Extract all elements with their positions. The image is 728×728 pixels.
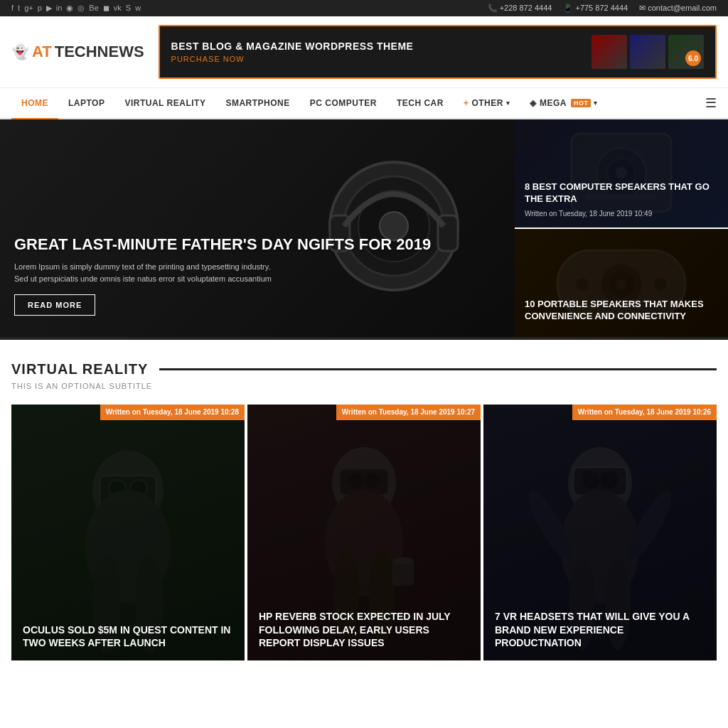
hero-sidebar: 8 BEST COMPUTER SPEAKERS THAT GO THE EXT… <box>515 119 728 337</box>
card-hp-content: HP REVERB STOCK EXPECTED IN JULY FOLLOWI… <box>247 599 481 660</box>
nav-other[interactable]: + OTHER ▾ <box>454 88 520 118</box>
phone2: 📱 +775 872 4444 <box>563 4 628 13</box>
cards-grid: Written on Tuesday, 18 June 2019 10:28 O… <box>11 405 717 660</box>
banner-text: BEST BLOG & MAGAZINE WORDPRESS THEME PUR… <box>171 41 414 63</box>
hamburger-menu[interactable]: ☰ <box>705 95 717 111</box>
instagram-icon[interactable]: ◎ <box>77 4 85 13</box>
card-vr-headsets[interactable]: Written on Tuesday, 18 June 2019 10:26 7… <box>483 405 717 660</box>
nav-mega-chevron: ▾ <box>594 100 598 107</box>
nav-pc-computer[interactable]: PC COMPUTER <box>300 88 387 118</box>
card-vr-date: Written on Tuesday, 18 June 2019 10:26 <box>572 405 717 420</box>
card-vr-content: 7 VR HEADSETS THAT WILL GIVE YOU A BRAND… <box>483 599 717 660</box>
card-hp-date: Written on Tuesday, 18 June 2019 10:27 <box>336 405 481 420</box>
nav-home[interactable]: HOME <box>11 88 58 119</box>
banner-image-1 <box>592 35 627 69</box>
card-hp-reverb[interactable]: Written on Tuesday, 18 June 2019 10:27 H… <box>247 405 481 660</box>
sidebar-item1-title: 8 BEST COMPUTER SPEAKERS THAT GO THE EXT… <box>525 181 718 205</box>
section-title: VIRTUAL REALITY <box>11 361 148 378</box>
card-vr-title: 7 VR HEADSETS THAT WILL GIVE YOU A BRAND… <box>495 610 705 649</box>
virtual-reality-section: VIRTUAL REALITY THIS IS AN OPTIONAL SUBT… <box>0 340 728 675</box>
topbar: f t g+ p ▶ in ◉ ◎ Be ◼ vk S w 📞 +228 872… <box>0 0 728 16</box>
facebook-icon[interactable]: f <box>11 4 14 13</box>
rss-icon[interactable]: ◉ <box>66 4 73 13</box>
section-subtitle: THIS IS AN OPTIONAL SUBTITLE <box>11 382 717 390</box>
main-navigation: HOME LAPTOP VIRTUAL REALITY SMARTPHONE P… <box>0 88 728 119</box>
youtube-icon[interactable]: ▶ <box>46 4 52 13</box>
vk-icon[interactable]: vk <box>114 4 122 13</box>
medium-icon[interactable]: ◼ <box>103 4 109 13</box>
sidebar-item2-content: 10 PORTABLE SPEAKERS THAT MAKES CONVENIE… <box>515 289 728 337</box>
diamond-icon: ◈ <box>530 98 537 108</box>
card-oculus-title: OCULUS SOLD $5M IN QUEST CONTENT IN TWO … <box>23 623 233 649</box>
hero-main[interactable]: GREAT LAST-MINUTE FATHER'S DAY NGIFTS FO… <box>0 119 515 337</box>
section-header: VIRTUAL REALITY <box>11 361 717 378</box>
pinterest-icon[interactable]: p <box>38 4 42 13</box>
phone1: 📞 +228 872 4444 <box>488 4 552 13</box>
logo-at: AT <box>32 43 52 61</box>
hero-sidebar-item-2[interactable]: 10 PORTABLE SPEAKERS THAT MAKES CONVENIE… <box>515 228 728 337</box>
logo-icon: 👻 <box>11 43 29 60</box>
nav-tech-car[interactable]: TECH CAR <box>387 88 454 118</box>
hero-sidebar-item-1[interactable]: 8 BEST COMPUTER SPEAKERS THAT GO THE EXT… <box>515 119 728 228</box>
mega-hot-badge: HOT <box>571 99 592 107</box>
skype-icon[interactable]: S <box>126 4 131 13</box>
banner-advertisement[interactable]: BEST BLOG & MAGAZINE WORDPRESS THEME PUR… <box>159 25 717 79</box>
banner-image-3: 6.0 <box>668 35 704 69</box>
banner-cta[interactable]: PURCHASE NOW <box>171 55 414 63</box>
banner-image-2 <box>630 35 665 69</box>
nav-mega[interactable]: ◈ MEGA HOT ▾ <box>520 88 608 118</box>
hero-description: Lorem Ipsum is simply dummy text of the … <box>14 261 500 284</box>
card-oculus-date: Written on Tuesday, 18 June 2019 10:28 <box>100 405 245 420</box>
contact-info: 📞 +228 872 4444 📱 +775 872 4444 ✉ contac… <box>488 4 717 13</box>
nav-laptop[interactable]: LAPTOP <box>58 88 114 118</box>
nav-other-chevron: ▾ <box>506 100 510 107</box>
hero-title: GREAT LAST-MINUTE FATHER'S DAY NGIFTS FO… <box>14 235 500 254</box>
social-links[interactable]: f t g+ p ▶ in ◉ ◎ Be ◼ vk S w <box>11 4 141 13</box>
whatsapp-icon[interactable]: w <box>135 4 141 13</box>
card-hp-title: HP REVERB STOCK EXPECTED IN JULY FOLLOWI… <box>259 610 469 649</box>
site-header: 👻 AT TECHNEWS BEST BLOG & MAGAZINE WORDP… <box>0 16 728 88</box>
hero-section: GREAT LAST-MINUTE FATHER'S DAY NGIFTS FO… <box>0 119 728 340</box>
banner-version-badge: 6.0 <box>685 50 701 66</box>
twitter-icon[interactable]: t <box>18 4 20 13</box>
site-logo[interactable]: 👻 AT TECHNEWS <box>11 43 144 61</box>
banner-title: BEST BLOG & MAGAZINE WORDPRESS THEME <box>171 41 414 52</box>
sidebar-item1-content: 8 BEST COMPUTER SPEAKERS THAT GO THE EXT… <box>515 171 728 228</box>
logo-brand: TECHNEWS <box>55 43 144 61</box>
behance-icon[interactable]: Be <box>89 4 98 13</box>
linkedin-icon[interactable]: in <box>56 4 63 13</box>
section-divider <box>159 368 717 370</box>
google-plus-icon[interactable]: g+ <box>24 4 33 13</box>
sidebar-item2-title: 10 PORTABLE SPEAKERS THAT MAKES CONVENIE… <box>525 299 718 323</box>
nav-smartphone[interactable]: SMARTPHONE <box>215 88 299 118</box>
sidebar-item1-date: Written on Tuesday, 18 June 2019 10:49 <box>525 210 718 218</box>
banner-images: 6.0 <box>592 35 704 69</box>
email: ✉ contact@email.com <box>639 4 717 13</box>
nav-virtual-reality[interactable]: VIRTUAL REALITY <box>114 88 215 118</box>
nav-plus-icon: + <box>464 98 469 108</box>
hero-content: GREAT LAST-MINUTE FATHER'S DAY NGIFTS FO… <box>14 235 500 316</box>
hero-read-more-button[interactable]: READ MORE <box>14 294 95 316</box>
card-oculus[interactable]: Written on Tuesday, 18 June 2019 10:28 O… <box>11 405 245 660</box>
card-oculus-content: OCULUS SOLD $5M IN QUEST CONTENT IN TWO … <box>11 612 245 660</box>
